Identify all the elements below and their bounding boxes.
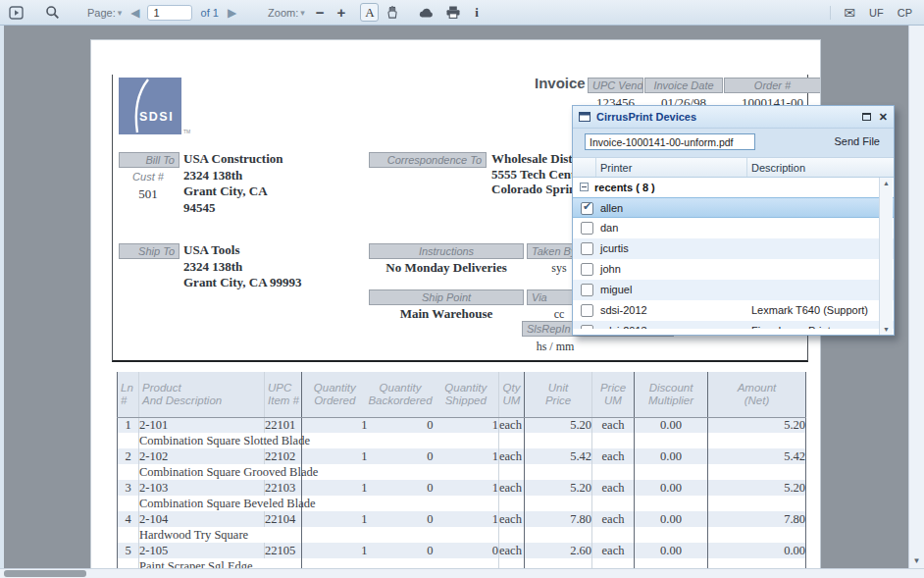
invoice-date-header: Invoice Date xyxy=(644,78,723,93)
collapse-icon[interactable] xyxy=(580,183,589,191)
viewer-toolbar: Page: ▾ ◀ of 1 ▶ Zoom: ▾ − + A i ✉ UF CP xyxy=(0,0,924,26)
next-page-icon[interactable]: ▶ xyxy=(228,7,236,19)
printer-column-header[interactable]: Printer xyxy=(596,158,747,177)
window-icon xyxy=(579,112,590,122)
printer-row-clipped[interactable]: sdsi-2013 Fiery Laser Printer xyxy=(573,321,894,329)
cirrusprint-dialog: CirrusPrint Devices ✕ Send File Printer … xyxy=(572,105,895,336)
order-number-header: Order # xyxy=(724,78,821,93)
bill-to-label: Bill To xyxy=(119,152,180,168)
scroll-up-icon[interactable]: ▲ xyxy=(880,180,893,186)
invoice-title: Invoice xyxy=(535,75,586,91)
cust-number-label: Cust # xyxy=(121,171,176,183)
item-row: 2 2-102 22102 1 0 1 each 5.42 each 0.00 … xyxy=(118,448,806,464)
page-count-label: of 1 xyxy=(201,7,219,19)
checkbox-icon[interactable] xyxy=(581,242,593,255)
dialog-toolbar: Send File xyxy=(573,129,894,157)
printer-grid-header: Printer Description xyxy=(573,157,894,178)
item-description-row: Combination Square Beveled Blade xyxy=(118,496,806,511)
scroll-down-icon[interactable]: ▼ xyxy=(909,556,924,565)
item-row: 1 2-101 22101 1 0 1 each 5.20 each 0.00 … xyxy=(118,417,806,433)
item-description-row: Hardwood Try Square xyxy=(118,527,806,543)
pdf-viewer-app: Page: ▾ ◀ of 1 ▶ Zoom: ▾ − + A i ✉ UF CP xyxy=(0,0,924,578)
checkbox-icon[interactable] xyxy=(581,222,593,235)
uf-button[interactable]: UF xyxy=(869,7,884,19)
cust-number-value: 501 xyxy=(121,186,176,202)
vertical-scrollbar[interactable]: ▼ xyxy=(908,26,924,569)
checkbox-icon[interactable] xyxy=(581,284,593,296)
cp-button[interactable]: CP xyxy=(898,7,912,19)
line-items-table: Ln# ProductAnd Description UPCItem # Qua… xyxy=(117,372,806,574)
zoom-in-icon[interactable]: + xyxy=(337,5,346,20)
checkbox-icon[interactable] xyxy=(581,263,593,276)
item-description-row: Combination Square Slotted Blade xyxy=(118,433,806,448)
sidebar-toggle-icon[interactable] xyxy=(9,6,24,20)
correspondence-to-label: Correspondence To xyxy=(369,152,487,168)
checkbox-icon[interactable] xyxy=(581,325,593,329)
upc-vendor-header: UPC Vendor xyxy=(588,78,643,93)
text-select-tool-button[interactable]: A xyxy=(360,3,379,22)
horizontal-scroll-thumb[interactable] xyxy=(4,570,86,577)
ship-to-address: USA Tools 2324 138th Grant City, CA 9999… xyxy=(183,242,302,291)
toolbar-divider xyxy=(830,6,831,20)
scroll-down-icon[interactable]: ▼ xyxy=(880,326,893,333)
sls-rep-value: hs / mm xyxy=(523,340,588,354)
printer-row[interactable]: john xyxy=(573,259,894,280)
filename-input[interactable] xyxy=(585,133,755,150)
dialog-titlebar[interactable]: CirrusPrint Devices ✕ xyxy=(573,106,894,129)
prev-page-icon[interactable]: ◀ xyxy=(130,7,139,19)
left-edge-strip xyxy=(0,26,4,578)
printer-row[interactable]: miguel xyxy=(573,280,894,300)
printer-row[interactable]: sdsi-2012 Lexmark T640 (Support) xyxy=(573,300,894,321)
ship-point-value: Main Warehouse xyxy=(369,306,524,323)
send-file-button[interactable]: Send File xyxy=(835,135,880,147)
hand-tool-icon[interactable] xyxy=(385,5,399,20)
printer-row[interactable]: ✔ allen xyxy=(573,197,894,218)
download-icon[interactable] xyxy=(418,6,435,19)
ship-to-label: Ship To xyxy=(119,243,180,259)
info-icon[interactable]: i xyxy=(475,5,479,21)
page-number-input[interactable] xyxy=(147,5,192,21)
logo-trademark: TM xyxy=(183,129,190,134)
horizontal-scrollbar[interactable] xyxy=(0,568,924,578)
item-row: 3 2-103 22103 1 0 1 each 5.20 each 0.00 … xyxy=(118,480,806,496)
sdsi-logo: SDSI xyxy=(119,78,181,134)
zoom-out-icon[interactable]: − xyxy=(316,5,325,20)
item-description-row: Combination Square Grooved Blade xyxy=(118,464,806,480)
item-row: 5 2-105 22105 1 0 0 each 2.60 each 0.00 … xyxy=(118,543,806,558)
printer-list: recents ( 8 ) ✔ allen dan jcurtis john xyxy=(573,178,894,335)
close-icon[interactable]: ✕ xyxy=(879,112,888,123)
recents-group-row[interactable]: recents ( 8 ) xyxy=(573,178,894,197)
item-row: 4 2-104 22104 1 0 1 each 7.80 each 0.00 … xyxy=(118,511,806,527)
checkbox-icon[interactable] xyxy=(581,304,593,317)
zoom-label: Zoom: xyxy=(268,7,298,19)
dialog-title: CirrusPrint Devices xyxy=(596,111,862,123)
print-icon[interactable] xyxy=(445,5,461,20)
printer-list-scrollbar[interactable]: ▲ ▼ xyxy=(879,178,893,335)
printer-row[interactable]: jcurtis xyxy=(573,238,894,259)
checkbox-checked-icon[interactable]: ✔ xyxy=(581,202,593,215)
bill-to-address: USA Construction 2324 138th Grant City, … xyxy=(183,151,283,216)
instructions-header: Instructions xyxy=(369,243,524,259)
description-column-header[interactable]: Description xyxy=(747,158,894,177)
instructions-value: No Monday Deliveries xyxy=(369,260,524,277)
page-label: Page: xyxy=(87,7,116,19)
zoom-dropdown-icon[interactable]: ▾ xyxy=(300,8,305,18)
checkbox-column-header xyxy=(573,158,596,177)
maximize-icon[interactable] xyxy=(862,113,871,121)
printer-row[interactable]: dan xyxy=(573,218,894,238)
email-envelope-icon[interactable]: ✉ xyxy=(844,6,855,20)
logo-text: SDSI xyxy=(139,110,174,124)
search-icon[interactable] xyxy=(45,5,60,20)
ship-point-header: Ship Point xyxy=(369,289,524,305)
page-dropdown-icon[interactable]: ▾ xyxy=(118,8,123,18)
items-header-row: Ln# ProductAnd Description UPCItem # Qua… xyxy=(118,372,806,417)
